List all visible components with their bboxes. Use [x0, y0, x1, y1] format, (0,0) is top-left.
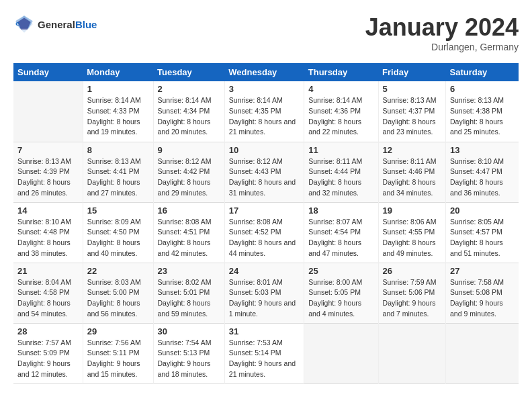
- day-info: Sunrise: 8:08 AMSunset: 4:51 PMDaylight:…: [158, 217, 220, 259]
- calendar-cell: 10Sunrise: 8:12 AMSunset: 4:43 PMDayligh…: [224, 142, 304, 202]
- day-info: Sunrise: 8:07 AMSunset: 4:54 PMDaylight:…: [308, 217, 373, 259]
- weekday-header-sunday: Sunday: [13, 63, 83, 81]
- weekday-header-saturday: Saturday: [446, 63, 519, 81]
- calendar-cell: 14Sunrise: 8:10 AMSunset: 4:48 PMDayligh…: [13, 202, 83, 263]
- calendar-cell: [378, 323, 445, 383]
- calendar-cell: 31Sunrise: 7:53 AMSunset: 5:14 PMDayligh…: [224, 323, 304, 383]
- day-info: Sunrise: 8:13 AMSunset: 4:41 PMDaylight:…: [87, 156, 149, 199]
- day-number: 26: [383, 266, 441, 276]
- day-number: 14: [17, 205, 79, 216]
- day-number: 1: [87, 84, 149, 94]
- page-header: G GeneralBlue January 2024 Durlangen, Ge…: [13, 13, 519, 52]
- day-info: Sunrise: 8:13 AMSunset: 4:37 PMDaylight:…: [383, 95, 441, 138]
- svg-text:G: G: [15, 21, 19, 27]
- calendar-cell: 1Sunrise: 8:14 AMSunset: 4:33 PMDaylight…: [83, 81, 153, 142]
- day-info: Sunrise: 8:03 AMSunset: 5:00 PMDaylight:…: [87, 277, 149, 320]
- day-info: Sunrise: 8:11 AMSunset: 4:46 PMDaylight:…: [383, 156, 441, 199]
- week-row-2: 7Sunrise: 8:13 AMSunset: 4:39 PMDaylight…: [13, 142, 519, 202]
- day-number: 15: [87, 205, 149, 216]
- calendar-cell: 7Sunrise: 8:13 AMSunset: 4:39 PMDaylight…: [13, 142, 83, 202]
- day-info: Sunrise: 8:02 AMSunset: 5:01 PMDaylight:…: [158, 277, 220, 320]
- day-number: 10: [229, 145, 300, 155]
- day-info: Sunrise: 8:04 AMSunset: 4:58 PMDaylight:…: [17, 277, 79, 320]
- calendar-cell: 26Sunrise: 7:59 AMSunset: 5:06 PMDayligh…: [378, 263, 445, 323]
- title-block: January 2024 Durlangen, Germany: [365, 13, 519, 52]
- day-info: Sunrise: 8:05 AMSunset: 4:57 PMDaylight:…: [450, 217, 515, 259]
- day-info: Sunrise: 7:53 AMSunset: 5:14 PMDaylight:…: [229, 338, 300, 380]
- day-info: Sunrise: 8:10 AMSunset: 4:48 PMDaylight:…: [17, 217, 79, 259]
- day-number: 6: [450, 84, 515, 94]
- day-number: 31: [229, 326, 300, 336]
- day-number: 8: [87, 145, 149, 155]
- day-number: 22: [87, 266, 149, 276]
- day-number: 20: [450, 205, 515, 216]
- calendar-cell: [304, 323, 378, 383]
- weekday-header-thursday: Thursday: [304, 63, 378, 81]
- calendar-cell: 5Sunrise: 8:13 AMSunset: 4:37 PMDaylight…: [378, 81, 445, 142]
- calendar-cell: 17Sunrise: 8:08 AMSunset: 4:52 PMDayligh…: [224, 202, 304, 263]
- day-info: Sunrise: 8:14 AMSunset: 4:36 PMDaylight:…: [308, 95, 373, 138]
- calendar-cell: 29Sunrise: 7:56 AMSunset: 5:11 PMDayligh…: [83, 323, 153, 383]
- day-number: 30: [158, 326, 220, 336]
- day-number: 19: [383, 205, 441, 216]
- day-info: Sunrise: 8:08 AMSunset: 4:52 PMDaylight:…: [229, 217, 300, 259]
- week-row-1: 1Sunrise: 8:14 AMSunset: 4:33 PMDaylight…: [13, 81, 519, 142]
- week-row-4: 21Sunrise: 8:04 AMSunset: 4:58 PMDayligh…: [13, 263, 519, 323]
- day-number: 12: [383, 145, 441, 155]
- weekday-header-tuesday: Tuesday: [153, 63, 224, 81]
- calendar-cell: 23Sunrise: 8:02 AMSunset: 5:01 PMDayligh…: [153, 263, 224, 323]
- calendar-cell: 11Sunrise: 8:11 AMSunset: 4:44 PMDayligh…: [304, 142, 378, 202]
- calendar-cell: 24Sunrise: 8:01 AMSunset: 5:03 PMDayligh…: [224, 263, 304, 323]
- day-number: 21: [17, 266, 79, 276]
- day-info: Sunrise: 8:06 AMSunset: 4:55 PMDaylight:…: [383, 217, 441, 259]
- calendar-cell: 30Sunrise: 7:54 AMSunset: 5:13 PMDayligh…: [153, 323, 224, 383]
- day-number: 3: [229, 84, 300, 94]
- calendar-cell: 12Sunrise: 8:11 AMSunset: 4:46 PMDayligh…: [378, 142, 445, 202]
- day-number: 29: [87, 326, 149, 336]
- day-number: 5: [383, 84, 441, 94]
- calendar-cell: 15Sunrise: 8:09 AMSunset: 4:50 PMDayligh…: [83, 202, 153, 263]
- day-info: Sunrise: 7:59 AMSunset: 5:06 PMDaylight:…: [383, 277, 441, 320]
- day-info: Sunrise: 8:09 AMSunset: 4:50 PMDaylight:…: [87, 217, 149, 259]
- calendar-cell: 6Sunrise: 8:13 AMSunset: 4:38 PMDaylight…: [446, 81, 519, 142]
- day-number: 18: [308, 205, 373, 216]
- calendar-cell: 4Sunrise: 8:14 AMSunset: 4:36 PMDaylight…: [304, 81, 378, 142]
- location: Durlangen, Germany: [365, 42, 519, 52]
- logo: G GeneralBlue: [13, 13, 97, 35]
- day-info: Sunrise: 8:14 AMSunset: 4:33 PMDaylight:…: [87, 95, 149, 138]
- day-number: 24: [229, 266, 300, 276]
- calendar-cell: 16Sunrise: 8:08 AMSunset: 4:51 PMDayligh…: [153, 202, 224, 263]
- day-number: 16: [158, 205, 220, 216]
- day-info: Sunrise: 8:11 AMSunset: 4:44 PMDaylight:…: [308, 156, 373, 199]
- day-info: Sunrise: 7:54 AMSunset: 5:13 PMDaylight:…: [158, 338, 220, 380]
- day-info: Sunrise: 8:01 AMSunset: 5:03 PMDaylight:…: [229, 277, 300, 320]
- day-info: Sunrise: 8:10 AMSunset: 4:47 PMDaylight:…: [450, 156, 515, 199]
- calendar-cell: 13Sunrise: 8:10 AMSunset: 4:47 PMDayligh…: [446, 142, 519, 202]
- week-row-3: 14Sunrise: 8:10 AMSunset: 4:48 PMDayligh…: [13, 202, 519, 263]
- calendar-table: SundayMondayTuesdayWednesdayThursdayFrid…: [13, 63, 519, 384]
- calendar-cell: [13, 81, 83, 142]
- day-info: Sunrise: 8:13 AMSunset: 4:38 PMDaylight:…: [450, 95, 515, 138]
- calendar-cell: 22Sunrise: 8:03 AMSunset: 5:00 PMDayligh…: [83, 263, 153, 323]
- day-info: Sunrise: 7:58 AMSunset: 5:08 PMDaylight:…: [450, 277, 515, 320]
- day-number: 2: [158, 84, 220, 94]
- calendar-cell: 9Sunrise: 8:12 AMSunset: 4:42 PMDaylight…: [153, 142, 224, 202]
- weekday-header-monday: Monday: [83, 63, 153, 81]
- day-info: Sunrise: 8:12 AMSunset: 4:42 PMDaylight:…: [158, 156, 220, 199]
- day-number: 25: [308, 266, 373, 276]
- calendar-cell: 21Sunrise: 8:04 AMSunset: 4:58 PMDayligh…: [13, 263, 83, 323]
- logo-icon: G: [13, 13, 35, 35]
- calendar-cell: 28Sunrise: 7:57 AMSunset: 5:09 PMDayligh…: [13, 323, 83, 383]
- calendar-cell: [446, 323, 519, 383]
- weekday-header-row: SundayMondayTuesdayWednesdayThursdayFrid…: [13, 63, 519, 81]
- calendar-cell: 19Sunrise: 8:06 AMSunset: 4:55 PMDayligh…: [378, 202, 445, 263]
- calendar-cell: 20Sunrise: 8:05 AMSunset: 4:57 PMDayligh…: [446, 202, 519, 263]
- day-info: Sunrise: 7:56 AMSunset: 5:11 PMDaylight:…: [87, 338, 149, 380]
- calendar-cell: 3Sunrise: 8:14 AMSunset: 4:35 PMDaylight…: [224, 81, 304, 142]
- calendar-cell: 25Sunrise: 8:00 AMSunset: 5:05 PMDayligh…: [304, 263, 378, 323]
- day-number: 23: [158, 266, 220, 276]
- day-info: Sunrise: 8:13 AMSunset: 4:39 PMDaylight:…: [17, 156, 79, 199]
- logo-text: GeneralBlue: [38, 19, 97, 30]
- calendar-cell: 27Sunrise: 7:58 AMSunset: 5:08 PMDayligh…: [446, 263, 519, 323]
- weekday-header-wednesday: Wednesday: [224, 63, 304, 81]
